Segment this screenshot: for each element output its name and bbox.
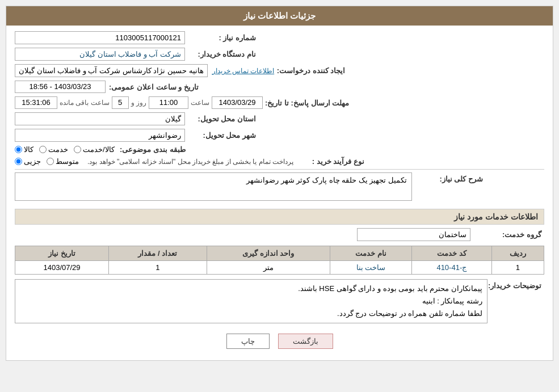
buyer-notes-label: توضیحات خریدار: [487,279,544,290]
deadline-days: 5 [112,96,129,109]
deadline-row: مهلت ارسال پاسخ: تا تاریخ: 1403/03/29 سا… [15,96,544,109]
need-number-row: شماره نیاز : 1103005117000121 [15,31,544,44]
buttons-row: بازگشت چاپ [15,328,544,355]
main-container: جزئیات اطلاعات نیاز شماره نیاز : 1103005… [6,6,553,361]
cell-code: ج-41-410 [412,261,491,275]
buyer-notes-content: پیمانکاران محترم باید بومی بوده و دارای … [15,279,487,323]
deadline-remain-label: ساعت باقی مانده [60,99,110,107]
col-unit: واحد اندازه گیری [207,246,330,261]
buyer-org-value: شرکت آب و فاضلاب استان گیلان [15,48,185,61]
category-option-kala[interactable]: کالا [15,145,33,154]
deadline-remain: 15:31:06 [15,96,57,109]
deadline-time: 11:00 [149,96,188,109]
purchase-type-option-motavaset[interactable]: متوسط [47,157,79,166]
cell-quantity: 1 [109,261,207,275]
cell-name: ساخت بنا [330,261,412,275]
purchase-type-label-motavaset: متوسط [56,157,79,166]
purchase-type-option-jozii[interactable]: جزیی [15,157,41,166]
cell-unit: متر [207,261,330,275]
page-header: جزئیات اطلاعات نیاز [6,6,553,26]
city-label: شهر محل تحویل: [185,131,259,140]
purchase-type-radio-motavaset[interactable] [47,158,54,165]
city-value: رضوانشهر [15,129,185,142]
need-description-row: شرح کلی نیاز: تکمیل تجهیز یک حلقه چاه پا… [15,172,544,204]
buyer-notes-row: توضیحات خریدار: پیمانکاران محترم باید بو… [15,279,544,323]
city-row: شهر محل تحویل: رضوانشهر [15,129,544,142]
need-description-header: شرح کلی نیاز: [412,172,486,183]
services-table: ردیف کد خدمت نام خدمت واحد اندازه گیری ت… [15,246,544,275]
print-button[interactable]: چاپ [226,334,270,349]
category-row: طبقه بندی موضوعی: کالا/خدمت خدمت کالا [15,145,544,154]
category-option-khedmat[interactable]: خدمت [39,145,68,154]
creator-label: ایجاد کننده درخواست: [274,66,348,75]
purchase-type-row: نوع فرآیند خرید : پرداخت تمام یا بخشی از… [15,157,544,166]
col-date: تاریخ نیاز [15,246,109,261]
category-radio-kala[interactable] [15,146,22,153]
category-label: طبقه بندی موضوعی: [115,145,188,154]
buyer-note-line: رشته پیمانکار : ابنیه [20,295,482,307]
category-option-label-khedmat: خدمت [48,145,68,154]
need-number-label: شماره نیاز : [185,33,259,42]
service-group-value: ساختمان [357,228,470,241]
category-option-label-kala: کالا [24,145,33,154]
services-header: اطلاعات خدمات مورد نیاز [15,209,544,225]
service-group-row: گروه خدمت: ساختمان [15,228,544,241]
category-radio-khedmat[interactable] [39,146,47,153]
col-service-name: نام خدمت [330,246,412,261]
deadline-time-label: ساعت [191,99,209,107]
category-option-kala-khedmat[interactable]: کالا/خدمت [74,145,115,154]
category-radio-kala-khedmat[interactable] [74,146,81,153]
need-number-value: 1103005117000121 [15,31,185,44]
deadline-date: 1403/03/29 [212,96,263,109]
creator-contact-link[interactable]: اطلاعات تماس خریدار [212,67,275,75]
announce-row: تاریخ و ساعت اعلان عمومی: 1403/03/23 - 1… [15,81,544,93]
buyer-note-line: لطفا شماره تلفن همراه در توضیحات درج گرد… [20,307,482,320]
service-group-label: گروه خدمت: [470,230,544,239]
table-row: 1 ج-41-410 ساخت بنا متر 1 1403/07/29 [15,261,544,275]
province-row: استان محل تحویل: گیلان [15,112,544,125]
purchase-type-label-jozii: جزیی [24,157,41,166]
need-description-value: تکمیل تجهیز یک حلقه چاه پارک کوثر شهر رض… [15,172,412,201]
services-table-container: ردیف کد خدمت نام خدمت واحد اندازه گیری ت… [15,246,544,275]
creator-row: ایجاد کننده درخواست: اطلاعات تماس خریدار… [15,64,544,77]
buyer-note-line: پیمانکاران محترم باید بومی بوده و دارای … [20,283,482,295]
category-option-label-kala-khedmat: کالا/خدمت [83,145,115,154]
page-wrapper: جزئیات اطلاعات نیاز شماره نیاز : 1103005… [0,0,559,392]
col-service-code: کد خدمت [412,246,491,261]
content-area: شماره نیاز : 1103005117000121 نام دستگاه… [6,26,553,360]
cell-row-num: 1 [491,261,544,275]
buyer-org-label: نام دستگاه خریدار: [185,50,259,58]
purchase-type-radio-jozii[interactable] [15,158,22,165]
page-title: جزئیات اطلاعات نیاز [243,11,316,20]
category-radio-group: کالا/خدمت خدمت کالا [15,145,115,154]
province-value: گیلان [15,112,185,125]
announce-value: 1403/03/23 - 18:56 [15,81,106,93]
table-header-row: ردیف کد خدمت نام خدمت واحد اندازه گیری ت… [15,246,544,261]
col-quantity: تعداد / مقدار [109,246,207,261]
purchase-type-note: پرداخت تمام یا بخشی از مبلغ خریداز محل "… [87,158,293,166]
creator-value: هانیه حسین نژاد کارشناس شرکت آب و فاضلاب… [15,64,208,77]
col-row-num: ردیف [491,246,544,261]
purchase-type-label: نوع فرآیند خرید : [293,157,367,166]
announce-label: تاریخ و ساعت اعلان عمومی: [109,83,201,91]
buyer-org-row: نام دستگاه خریدار: شرکت آب و فاضلاب استا… [15,48,544,61]
divider-1 [15,169,544,170]
deadline-day-label: روز و [131,99,146,107]
back-button[interactable]: بازگشت [278,334,333,349]
purchase-type-radio-group: متوسط جزیی [15,157,79,166]
cell-date: 1403/07/29 [15,261,109,275]
deadline-label: مهلت ارسال پاسخ: تا تاریخ: [265,99,352,107]
province-label: استان محل تحویل: [185,115,259,123]
